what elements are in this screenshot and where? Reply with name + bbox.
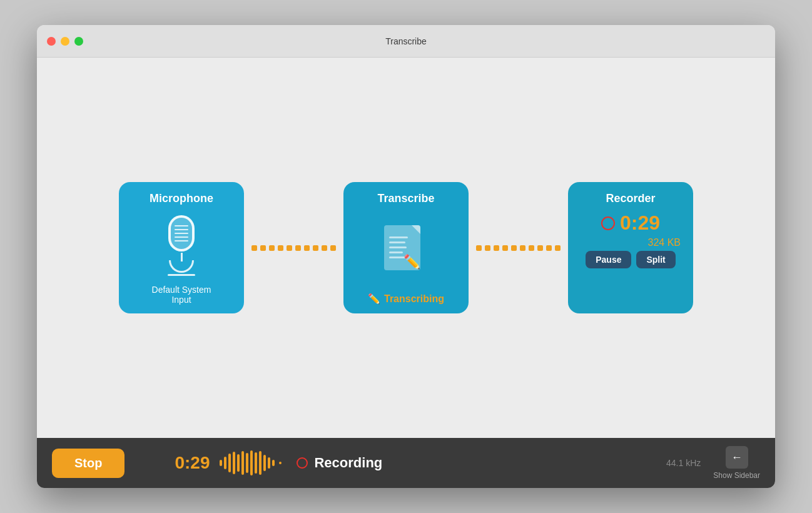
maximize-button[interactable] [74, 37, 83, 46]
transcribe-card: Transcribe ✏️ [343, 182, 469, 313]
app-window: Transcribe Microphone [37, 25, 775, 488]
window-controls [47, 37, 83, 46]
record-indicator [601, 216, 615, 230]
waveform [220, 450, 282, 475]
transcribe-icon-area: ✏️ [384, 211, 428, 289]
microphone-icon-area [168, 211, 195, 280]
close-button[interactable] [47, 37, 56, 46]
microphone-card-title: Microphone [150, 192, 213, 205]
connector-1 [244, 245, 343, 251]
stop-button[interactable]: Stop [52, 449, 124, 478]
bottom-timer: 0:29 [175, 453, 210, 473]
recorder-size: 324 KB [648, 237, 681, 248]
sample-rate: 44.1 kHz [420, 458, 713, 468]
recorder-card: Recorder 0:29 324 KB Pause Split [568, 182, 693, 313]
microphone-card: Microphone [119, 182, 244, 313]
titlebar: Transcribe [37, 25, 775, 58]
transcribe-card-title: Transcribe [377, 192, 434, 205]
recording-label: Recording [314, 455, 382, 471]
pencil-icon: ✏️ [368, 293, 380, 305]
document-icon: ✏️ [384, 225, 428, 275]
recorder-buttons: Pause Split [586, 251, 676, 268]
recorder-time-row: 0:29 [576, 211, 686, 235]
split-button[interactable]: Split [636, 251, 675, 268]
mic-body [168, 215, 195, 251]
recorder-time: 0:29 [620, 211, 660, 235]
transcribing-label-text: Transcribing [384, 293, 444, 305]
minimize-button[interactable] [61, 37, 69, 46]
window-title: Transcribe [385, 36, 427, 46]
show-sidebar-label: Show Sidebar [713, 471, 760, 480]
microphone-icon [168, 215, 195, 276]
main-content: Microphone [37, 58, 775, 438]
bottom-bar: Stop 0:29 Recording 44.1 kHz ← Show Sid [37, 438, 775, 488]
show-sidebar-button[interactable]: ← Show Sidebar [713, 446, 760, 480]
microphone-card-label: Default SystemInput [152, 285, 211, 305]
recording-dot-indicator [297, 457, 308, 469]
recording-status: Recording [297, 455, 382, 471]
connector-2 [469, 245, 568, 251]
sidebar-arrow-icon: ← [726, 446, 748, 469]
transcribing-status: ✏️ Transcribing [368, 293, 444, 305]
pipeline: Microphone [62, 182, 750, 313]
mic-grille [175, 225, 188, 241]
recorder-card-title: Recorder [606, 192, 655, 205]
pause-button[interactable]: Pause [586, 251, 631, 268]
